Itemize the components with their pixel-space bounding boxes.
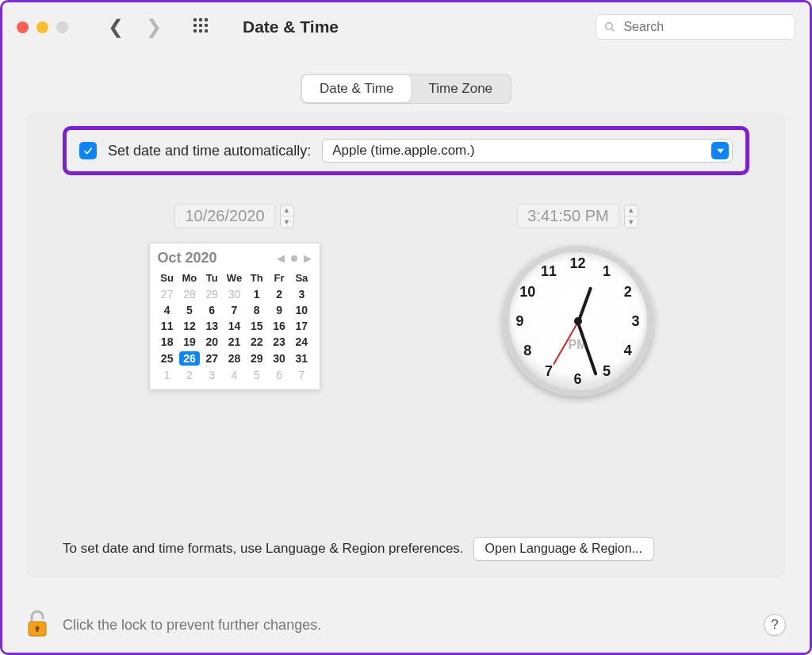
calendar-day[interactable]: 23 (268, 334, 290, 350)
calendar-day[interactable]: 27 (156, 286, 178, 302)
calendar-day[interactable]: 16 (268, 318, 290, 334)
analog-clock: PM 123456789101112 (503, 246, 653, 396)
chevron-down-icon (711, 142, 729, 159)
clock-number: 11 (539, 262, 558, 279)
calendar-day[interactable]: 4 (156, 302, 178, 318)
svg-marker-2 (717, 148, 724, 152)
date-stepper[interactable]: ▲▼ (280, 205, 294, 228)
close-button[interactable] (17, 21, 29, 33)
window-title: Date & Time (243, 17, 339, 36)
calendar-day[interactable]: 12 (178, 318, 201, 334)
lock-icon[interactable] (26, 609, 48, 641)
calendar-day[interactable]: 13 (201, 318, 223, 334)
formats-hint: To set date and time formats, use Langua… (63, 541, 464, 557)
calendar-day[interactable]: 29 (201, 286, 223, 302)
auto-set-label: Set date and time automatically: (108, 143, 311, 159)
clock-number: 12 (569, 255, 588, 271)
calendar-day[interactable]: 20 (201, 334, 223, 350)
clock-number: 9 (510, 313, 529, 330)
forward-button[interactable]: ❯ (146, 16, 162, 38)
time-server-combo[interactable]: Apple (time.apple.com.) (322, 139, 733, 163)
calendar-weekday: Sa (290, 270, 312, 286)
back-button[interactable]: ❮ (108, 16, 124, 38)
calendar-month-label: Oct 2020 (158, 250, 217, 266)
calendar-day[interactable]: 18 (156, 334, 178, 350)
clock-number: 6 (569, 371, 588, 388)
footer: Click the lock to prevent further change… (2, 597, 810, 653)
date-value: 10/26/2020 (174, 204, 274, 228)
calendar-day[interactable]: 27 (201, 350, 223, 367)
calendar-day[interactable]: 17 (290, 318, 312, 334)
calendar[interactable]: Oct 2020 ◀ ▶ SuMoTuWeThFrSa2728293012345… (149, 243, 320, 390)
clock-number: 4 (619, 342, 638, 358)
search-input[interactable] (622, 19, 787, 35)
calendar-day[interactable]: 1 (156, 367, 178, 383)
calendar-day[interactable]: 5 (246, 367, 268, 383)
calendar-weekday: Mo (178, 270, 201, 286)
calendar-day[interactable]: 26 (178, 350, 201, 367)
tab-time-zone[interactable]: Time Zone (411, 75, 510, 102)
calendar-day[interactable]: 28 (178, 286, 201, 302)
calendar-day[interactable]: 7 (290, 367, 312, 383)
calendar-day[interactable]: 14 (223, 318, 245, 334)
calendar-day[interactable]: 11 (156, 318, 178, 334)
calendar-day[interactable]: 22 (246, 334, 268, 350)
zoom-button[interactable] (56, 21, 68, 33)
open-language-region-button[interactable]: Open Language & Region... (473, 537, 654, 561)
svg-line-1 (611, 29, 615, 32)
calendar-day[interactable]: 24 (290, 334, 312, 350)
minimize-button[interactable] (36, 21, 48, 33)
calendar-today-icon[interactable] (291, 255, 297, 262)
content-panel: Set date and time automatically: Apple (… (26, 112, 786, 578)
calendar-day[interactable]: 6 (268, 367, 290, 383)
calendar-day[interactable]: 3 (290, 286, 312, 302)
search-icon (604, 21, 615, 33)
calendar-weekday: Th (246, 270, 268, 286)
calendar-next-icon[interactable]: ▶ (304, 252, 312, 264)
tab-date-time[interactable]: Date & Time (302, 75, 412, 102)
calendar-weekday: We (223, 270, 245, 286)
calendar-day[interactable]: 1 (246, 286, 268, 302)
calendar-day[interactable]: 30 (268, 350, 290, 367)
calendar-day[interactable]: 5 (178, 302, 201, 318)
search-field[interactable] (596, 14, 795, 40)
clock-number: 8 (518, 342, 537, 358)
show-all-icon[interactable] (193, 18, 211, 36)
clock-number: 3 (626, 313, 645, 330)
calendar-weekday: Su (156, 270, 178, 286)
calendar-weekday: Tu (201, 270, 223, 286)
calendar-day[interactable]: 31 (290, 350, 312, 367)
clock-number: 1 (597, 262, 616, 279)
calendar-day[interactable]: 3 (201, 367, 223, 383)
time-stepper[interactable]: ▲▼ (624, 205, 638, 228)
calendar-day[interactable]: 9 (268, 302, 290, 318)
calendar-day[interactable]: 15 (246, 318, 268, 334)
calendar-day[interactable]: 6 (201, 302, 223, 318)
date-field[interactable]: 10/26/2020 ▲▼ (174, 204, 293, 228)
calendar-day[interactable]: 30 (223, 286, 245, 302)
calendar-prev-icon[interactable]: ◀ (277, 252, 285, 264)
auto-set-checkbox[interactable] (79, 142, 97, 159)
clock-number: 10 (518, 284, 537, 301)
calendar-day[interactable]: 19 (178, 334, 201, 350)
toolbar: ❮ ❯ Date & Time (2, 2, 810, 52)
clock-number: 7 (539, 363, 558, 380)
calendar-weekday: Fr (268, 270, 290, 286)
calendar-day[interactable]: 7 (223, 302, 245, 318)
calendar-day[interactable]: 2 (268, 286, 290, 302)
time-field[interactable]: 3:41:50 PM ▲▼ (517, 204, 638, 228)
calendar-day[interactable]: 28 (223, 350, 245, 367)
svg-rect-6 (36, 628, 39, 632)
auto-set-row: Set date and time automatically: Apple (… (63, 126, 749, 175)
time-server-value: Apple (time.apple.com.) (332, 143, 475, 159)
calendar-day[interactable]: 10 (290, 302, 312, 318)
window-controls (17, 21, 68, 33)
calendar-day[interactable]: 4 (223, 367, 245, 383)
calendar-day[interactable]: 21 (223, 334, 245, 350)
calendar-day[interactable]: 2 (178, 367, 201, 383)
calendar-day[interactable]: 8 (246, 302, 268, 318)
help-button[interactable]: ? (764, 614, 786, 636)
clock-number: 5 (597, 363, 616, 380)
calendar-day[interactable]: 29 (246, 350, 268, 367)
calendar-day[interactable]: 25 (156, 350, 178, 367)
